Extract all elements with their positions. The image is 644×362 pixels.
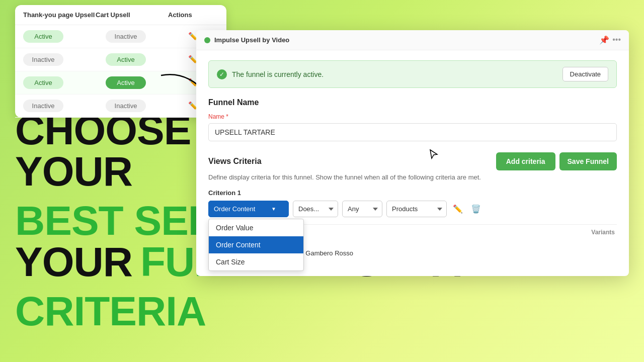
modal-content: ✓ The funnel is currently active. Deacti… [196, 50, 629, 276]
views-criteria-title: Views Criteria [208, 157, 262, 166]
col-header-cart: Cart Upsell [96, 11, 168, 19]
save-funnel-button[interactable]: Save Funnel [559, 152, 617, 170]
table-row: Inactive Inactive ✏️ [15, 95, 226, 118]
delete-criterion-button[interactable]: 🗑️ [469, 202, 483, 216]
status-badge: Active [23, 30, 63, 43]
criterion-type-wrapper: Order Content ▼ Order Value Order Conten… [208, 201, 289, 217]
status-badge: Inactive [106, 30, 146, 43]
banner-text: The funnel is currently active. [232, 70, 324, 78]
active-banner: ✓ The funnel is currently active. Deacti… [208, 60, 617, 88]
dropdown-item-cart-size[interactable]: Cart Size [209, 253, 303, 270]
criterion-dropdown: Order Value Order Content Cart Size [208, 219, 304, 271]
criterion-type-select[interactable]: Order Content ▼ [208, 201, 289, 217]
views-criteria-header: Views Criteria Add criteria Save Funnel [208, 152, 617, 170]
edit-criterion-button[interactable]: ✏️ [451, 202, 465, 216]
modal-title-left: Impulse Upsell by Video [204, 36, 289, 44]
check-icon: ✓ [217, 69, 227, 79]
table-header: Thank-you page Upsell Cart Upsell Action… [15, 5, 226, 25]
variants-col-header: Variants [591, 229, 615, 236]
col-header-thankyou: Thank-you page Upsell [23, 11, 96, 19]
criteria-description: Define display criteria for this funnel.… [208, 173, 617, 181]
table-row: Active Active ✏️ [15, 71, 226, 95]
dropdown-item-order-value[interactable]: Order Value [209, 219, 303, 236]
modal-title: Impulse Upsell by Video [214, 36, 289, 44]
modal-controls: 📌 ••• [599, 35, 621, 45]
main-modal: Impulse Upsell by Video 📌 ••• ✓ The funn… [196, 30, 629, 276]
deactivate-button[interactable]: Deactivate [562, 67, 608, 81]
criterion-row: Order Content ▼ Order Value Order Conten… [208, 201, 617, 217]
funnel-name-title: Funnel Name [208, 98, 617, 107]
pin-icon[interactable]: 📌 [599, 35, 609, 45]
value-select[interactable]: Any [342, 201, 382, 217]
operator-select[interactable]: Does... [293, 201, 338, 217]
chevron-down-icon: ▼ [271, 206, 276, 212]
status-badge: Inactive [23, 53, 63, 66]
table-card: Thank-you page Upsell Cart Upsell Action… [15, 5, 226, 118]
table-row: Active Inactive ✏️ [15, 25, 226, 48]
status-badge: Active [106, 53, 146, 66]
status-badge-strong: Active [106, 76, 146, 89]
status-badge: Inactive [23, 100, 63, 112]
status-badge: Inactive [106, 100, 146, 112]
add-criteria-button[interactable]: Add criteria [496, 152, 555, 170]
name-field-label: Name * [208, 113, 617, 120]
more-icon[interactable]: ••• [612, 35, 621, 45]
funnel-name-input[interactable] [208, 123, 617, 141]
criteria-buttons: Add criteria Save Funnel [496, 152, 617, 170]
col-header-actions: Actions [168, 11, 218, 19]
dropdown-item-order-content[interactable]: Order Content [209, 236, 303, 253]
table-row: Inactive Active ✏️ [15, 48, 226, 71]
target-select[interactable]: Products [386, 201, 447, 217]
modal-status-dot [204, 37, 210, 43]
banner-left: ✓ The funnel is currently active. [217, 69, 324, 79]
criterion-label: Criterion 1 [208, 189, 617, 197]
modal-titlebar: Impulse Upsell by Video 📌 ••• [196, 30, 629, 50]
status-badge: Active [23, 76, 63, 89]
